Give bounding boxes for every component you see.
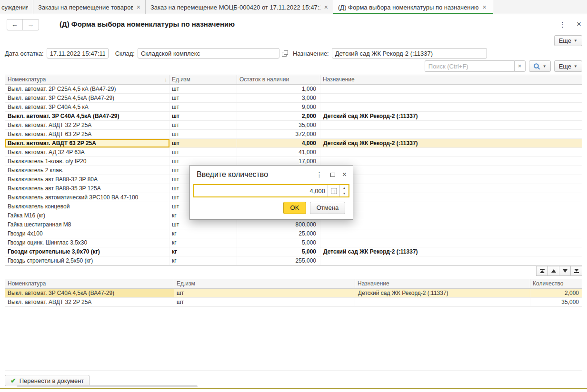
table-row[interactable]: Выкл. автомат. АВДТ 32 2P 25Ашт35,000 xyxy=(5,121,582,130)
cell-stock[interactable]: 800,000 xyxy=(237,220,320,229)
forward-button[interactable]: → xyxy=(23,20,39,30)
cell-nomenclature[interactable]: Выкл. автомат. 3P C40A 4,5кА (ВА47-29) xyxy=(5,289,174,297)
cell-nomenclature[interactable]: Выключатель авт ВА88-32 3P 80А xyxy=(5,175,169,184)
quantity-input[interactable] xyxy=(194,185,328,196)
cell-nomenclature[interactable]: Выключатель 1-клав. о/у IP20 xyxy=(5,157,169,166)
cell-unit[interactable]: шт xyxy=(169,103,237,111)
cell-stock[interactable]: 9,000 xyxy=(237,103,320,111)
cell-purpose[interactable] xyxy=(320,130,582,138)
column-header-nomenclature[interactable]: Номенклатура xyxy=(5,279,174,288)
tab-transfer-order-document[interactable]: Заказ на перемещение МОЦБ-000420 от 17.1… xyxy=(146,0,333,14)
cell-unit[interactable]: шт xyxy=(169,112,237,120)
cell-purpose[interactable] xyxy=(320,148,582,157)
transfer-to-document-button[interactable]: ✔ Перенести в документ xyxy=(5,375,90,386)
cell-nomenclature[interactable]: Выкл. автомат. АВДТ 32 2P 25А xyxy=(5,121,169,129)
scroll-to-bottom-button[interactable] xyxy=(570,266,582,276)
cell-purpose[interactable]: Детский сад ЖК Рекорд-2 (:11337) xyxy=(320,139,582,147)
column-header-unit[interactable]: Ед.изм xyxy=(174,279,355,288)
table-row[interactable]: Гвозди строительные 3,0х70 (кг)кг5,000Де… xyxy=(5,247,582,256)
table-row[interactable]: Гвозди оцинк. Шинглас 3,5х30кг5,000 xyxy=(5,238,582,247)
cell-purpose[interactable] xyxy=(320,202,582,211)
cell-nomenclature[interactable]: Выкл. автомат. АВДТ 63 2P 25А xyxy=(5,139,169,147)
search-clear-icon[interactable]: × xyxy=(514,60,526,72)
cell-purpose[interactable] xyxy=(320,256,582,265)
cell-stock[interactable]: 2,000 xyxy=(237,112,320,120)
cell-nomenclature[interactable]: Выкл. автомат. 3P C40A 4,5кА (ВА47-29) xyxy=(5,112,169,120)
cell-nomenclature[interactable]: Выкл. автомат. 3P C40A 4,5 кА xyxy=(5,103,169,111)
cell-unit[interactable]: шт xyxy=(169,220,237,229)
cell-unit[interactable]: шт xyxy=(169,157,237,166)
tab-close-icon[interactable]: × xyxy=(137,4,140,10)
table-row[interactable]: Выкл. автомат. 3P C40A 4,5кА (ВА47-29)шт… xyxy=(5,112,582,121)
cell-stock[interactable]: 35,000 xyxy=(237,121,320,129)
cell-unit[interactable]: кг xyxy=(169,238,237,247)
cell-unit[interactable]: кг xyxy=(169,247,237,256)
cell-purpose[interactable] xyxy=(320,193,582,202)
scroll-to-top-button[interactable] xyxy=(536,266,548,276)
horizontal-scrollbar-thumb[interactable] xyxy=(17,385,198,387)
cell-nomenclature[interactable]: Выкл. автомат. АД 32 4P 63А xyxy=(5,148,169,157)
table-row[interactable]: Выкл. автомат. АВДТ 63 2P 25Ашт372,000 xyxy=(5,130,582,139)
column-header-quantity[interactable]: Количество xyxy=(530,279,582,288)
cell-unit[interactable]: шт xyxy=(169,94,237,102)
column-header-stock[interactable]: Остаток в наличии xyxy=(237,75,320,84)
column-header-nomenclature[interactable]: Номенклатура ↓ xyxy=(5,75,169,84)
cell-nomenclature[interactable]: Гвозди 4х100 xyxy=(5,229,169,238)
cell-nomenclature[interactable]: Выкл. автомат. 3P C25A 4,5кА (ВА47-29) xyxy=(5,94,169,102)
cell-stock[interactable]: 25,000 xyxy=(237,229,320,238)
scroll-up-button[interactable] xyxy=(547,266,559,276)
tab-nomenclature-selection-form[interactable]: (Д) Форма выбора номенклатуры по назначе… xyxy=(333,0,493,14)
cell-nomenclature[interactable]: Выключатель авт ВА88-35 3P 125А xyxy=(5,184,169,193)
cell-stock[interactable]: 5,000 xyxy=(237,247,320,256)
cell-stock[interactable]: 372,000 xyxy=(237,130,320,138)
calculator-button[interactable] xyxy=(328,185,339,196)
cell-nomenclature[interactable]: Гвоздь строительный 2,5х50 (кг) xyxy=(5,256,169,265)
cell-unit[interactable]: шт xyxy=(169,139,237,147)
column-header-purpose[interactable]: Назначение xyxy=(355,279,530,288)
cell-purpose[interactable] xyxy=(320,94,582,102)
table-row[interactable]: Гайка шестигранная М8шт800,000 xyxy=(5,220,582,229)
cell-nomenclature[interactable]: Выкл. автомат. АВДТ 63 2P 25А xyxy=(5,130,169,138)
cell-nomenclature[interactable]: Гвозди оцинк. Шинглас 3,5х30 xyxy=(5,238,169,247)
cell-quantity[interactable]: 35,000 xyxy=(530,298,582,306)
cell-stock[interactable]: 4,000 xyxy=(237,139,320,147)
tab-close-icon[interactable]: × xyxy=(482,4,486,10)
cell-purpose[interactable] xyxy=(320,211,582,220)
table-row[interactable]: Выкл. автомат. АВДТ 32 2P 25Ашт35,000 xyxy=(5,298,582,307)
back-button[interactable]: ← xyxy=(7,20,23,30)
cell-quantity[interactable]: 2,000 xyxy=(530,289,582,297)
cell-purpose[interactable] xyxy=(320,85,582,93)
cell-stock[interactable]: 3,000 xyxy=(237,94,320,102)
cell-stock[interactable]: 255,000 xyxy=(237,256,320,265)
column-header-unit[interactable]: Ед.изм xyxy=(169,75,237,84)
cell-purpose[interactable] xyxy=(320,229,582,238)
cell-purpose[interactable] xyxy=(320,184,582,193)
tab-close-icon[interactable]: × xyxy=(324,4,328,10)
cell-unit[interactable]: шт xyxy=(174,289,355,297)
cell-unit[interactable]: кг xyxy=(169,256,237,265)
cell-nomenclature[interactable]: Выключатель автоматический 3PC100 ВА 47-… xyxy=(5,193,169,202)
cell-nomenclature[interactable]: Выключатель 2 клав. xyxy=(5,166,169,175)
stepper-up-button[interactable]: ▲ xyxy=(340,185,348,191)
date-field[interactable] xyxy=(47,48,109,59)
search-input[interactable] xyxy=(425,60,514,72)
more-button-top[interactable]: Еще ▼ xyxy=(554,35,582,46)
cell-purpose[interactable] xyxy=(320,175,582,184)
cell-unit[interactable]: шт xyxy=(169,130,237,138)
cell-stock[interactable]: 1,000 xyxy=(237,85,320,93)
tab-discussions[interactable]: суждения xyxy=(0,0,33,14)
cell-unit[interactable]: кг xyxy=(169,229,237,238)
cell-unit[interactable]: шт xyxy=(169,148,237,157)
cell-stock[interactable]: 41,000 xyxy=(237,148,320,157)
column-header-purpose[interactable]: Назначение xyxy=(320,75,582,84)
cell-unit[interactable]: шт xyxy=(174,298,355,306)
cell-purpose[interactable]: Детский сад ЖК Рекорд-2 (:11337) xyxy=(320,247,582,256)
cell-stock[interactable]: 5,000 xyxy=(237,238,320,247)
cell-nomenclature[interactable]: Гайка М16 (кг) xyxy=(5,211,169,220)
kebab-menu-icon[interactable]: ⋮ xyxy=(316,171,323,178)
cell-purpose[interactable]: Детский сад ЖК Рекорд-2 (:11337) xyxy=(355,289,530,297)
warehouse-field[interactable] xyxy=(138,48,279,59)
table-row[interactable]: Гвозди 4х100кг25,000 xyxy=(5,229,582,238)
purpose-field[interactable] xyxy=(332,48,487,59)
kebab-menu-icon[interactable]: ⋮ xyxy=(559,20,567,29)
